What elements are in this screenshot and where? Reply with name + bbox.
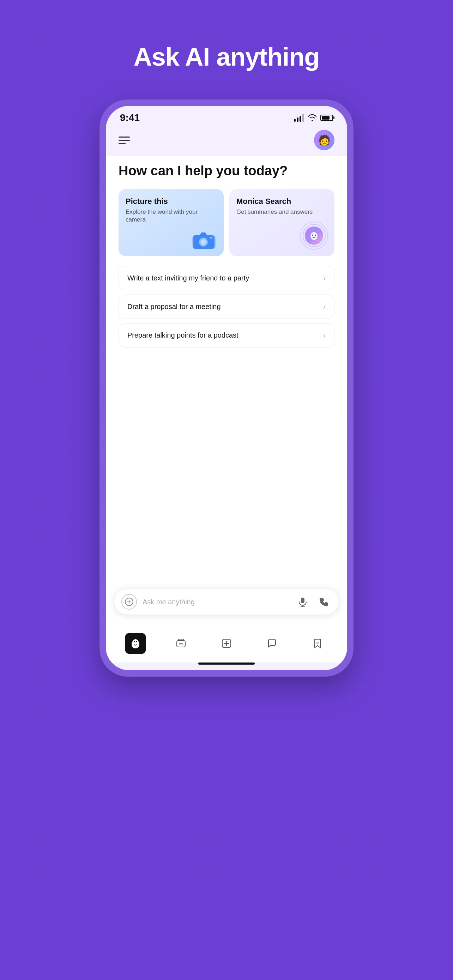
- main-content: How can I help you today? Picture this E…: [106, 156, 347, 474]
- suggestion-item-1[interactable]: Write a text inviting my friend to a par…: [119, 266, 334, 290]
- suggestion-item-3[interactable]: Prepare talking points for a podcast ›: [119, 323, 334, 347]
- nav-item-add[interactable]: [216, 633, 237, 654]
- svg-point-13: [133, 639, 138, 645]
- mic-button[interactable]: [295, 594, 310, 609]
- home-indicator: [198, 662, 255, 665]
- nav-item-bookmark[interactable]: [307, 633, 328, 654]
- picture-this-title: Picture this: [126, 197, 217, 206]
- signal-icon: [294, 114, 304, 122]
- add-button[interactable]: [121, 594, 137, 609]
- chevron-right-icon-1: ›: [323, 274, 326, 282]
- suggestion-text-2: Draft a proposal for a meeting: [127, 303, 221, 311]
- status-time: 9:41: [120, 112, 140, 124]
- suggestion-list: Write a text inviting my friend to a par…: [119, 266, 334, 347]
- bottom-nav: [106, 628, 347, 662]
- monica-search-title: Monica Search: [236, 197, 327, 206]
- phone-inner: 9:41: [106, 106, 347, 670]
- page-title: Ask AI anything: [134, 42, 319, 71]
- svg-rect-19: [178, 639, 184, 641]
- feature-card-picture-this[interactable]: Picture this Explore the world with your…: [119, 189, 224, 256]
- status-icons: [294, 114, 333, 122]
- suggestion-item-2[interactable]: Draft a proposal for a meeting ›: [119, 294, 334, 319]
- avatar[interactable]: 🧑: [314, 130, 334, 150]
- camera-icon: [192, 229, 217, 250]
- monica-search-desc: Get summaries and answers: [236, 208, 327, 216]
- bottom-input-area: Ask me anything: [106, 584, 347, 628]
- battery-icon: [320, 115, 333, 121]
- suggestion-text-1: Write a text inviting my friend to a par…: [127, 274, 249, 282]
- nav-item-assistant[interactable]: [170, 633, 192, 654]
- input-row: Ask me anything: [114, 589, 339, 614]
- svg-point-3: [200, 239, 206, 245]
- greeting-text: How can I help you today?: [119, 163, 334, 179]
- ask-input[interactable]: Ask me anything: [143, 598, 289, 606]
- wifi-icon: [308, 114, 317, 121]
- monica-search-icon: [300, 221, 328, 250]
- chevron-right-icon-2: ›: [323, 303, 326, 311]
- suggestion-text-3: Prepare talking points for a podcast: [127, 331, 238, 339]
- chevron-right-icon-3: ›: [323, 331, 326, 339]
- svg-point-18: [181, 643, 183, 644]
- nav-item-home[interactable]: [125, 633, 146, 654]
- svg-point-15: [136, 641, 137, 643]
- svg-point-14: [134, 641, 135, 643]
- phone-frame: 9:41: [100, 99, 353, 677]
- phone-button[interactable]: [316, 594, 332, 609]
- svg-rect-4: [210, 237, 212, 239]
- svg-rect-16: [177, 641, 185, 647]
- content-spacer: [106, 474, 347, 584]
- nav-bar: 🧑: [106, 126, 347, 156]
- feature-card-monica-search[interactable]: Monica Search Get summaries and answers: [229, 189, 334, 256]
- picture-this-desc: Explore the world with your camera: [126, 208, 217, 224]
- svg-point-17: [179, 643, 181, 644]
- svg-rect-9: [301, 598, 304, 603]
- status-bar: 9:41: [106, 106, 347, 126]
- nav-item-chat[interactable]: [261, 633, 283, 654]
- feature-cards: Picture this Explore the world with your…: [119, 189, 334, 256]
- hamburger-button[interactable]: [119, 137, 130, 144]
